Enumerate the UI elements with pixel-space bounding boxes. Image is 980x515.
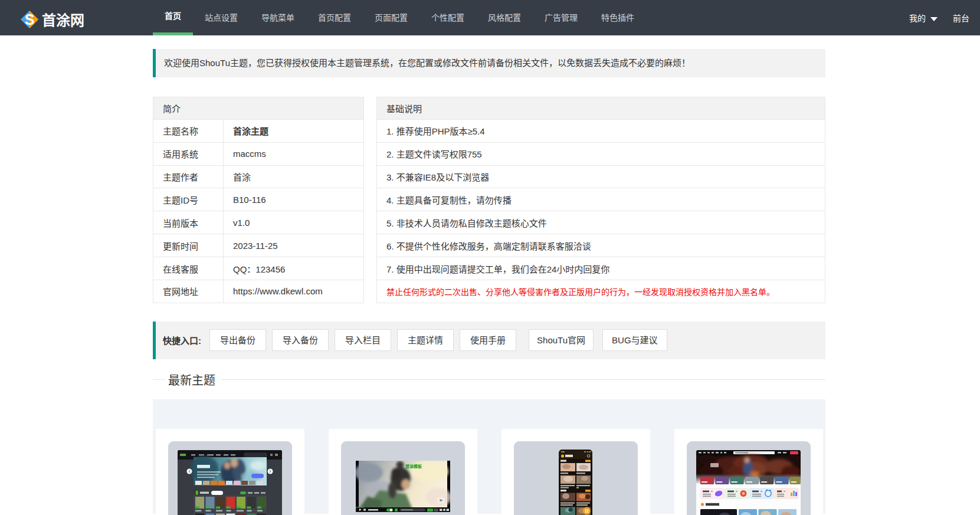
svg-text:S: S [25, 11, 35, 28]
svg-text:首涂模板: 首涂模板 [405, 464, 422, 469]
